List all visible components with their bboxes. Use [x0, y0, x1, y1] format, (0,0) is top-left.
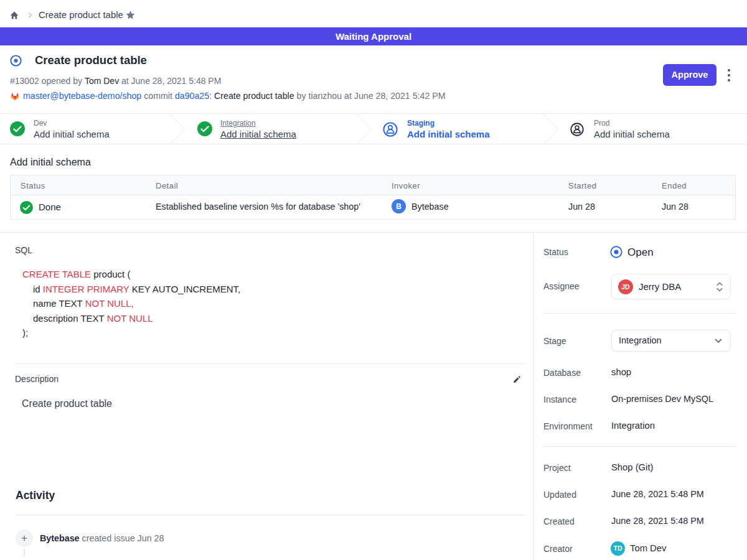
svg-text:B: B: [396, 202, 402, 211]
